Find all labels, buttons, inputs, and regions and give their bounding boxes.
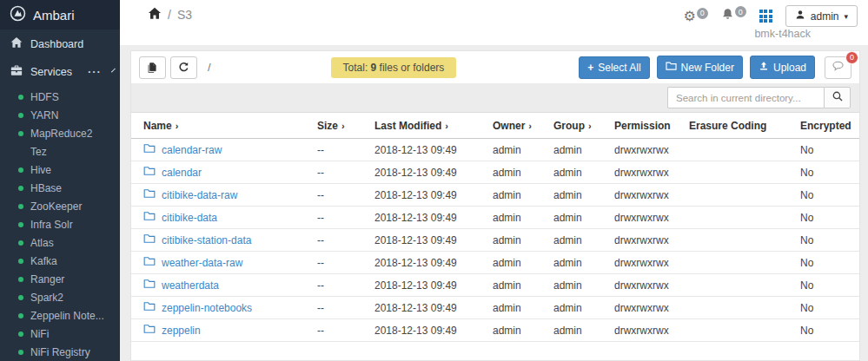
column-header-group[interactable]: Group› [547,113,607,139]
sidebar-item-zookeeper[interactable]: ZooKeeper [0,197,120,215]
table-row: calendar--2018-12-13 09:49adminadmindrwx… [131,161,859,184]
sidebar-item-atlas[interactable]: Atlas [0,233,120,252]
cell-name: citibike-data-raw [131,184,310,207]
sidebar-item-hive[interactable]: Hive [0,161,120,179]
service-label: YARN [30,109,58,121]
file-name-label: calendar [162,167,202,179]
sidebar-item-hdfs[interactable]: HDFS [0,88,120,106]
column-header-permission: Permission [607,113,682,139]
column-header-encrypted: Encrypted [793,113,859,139]
sidebar: Ambari Dashboard Services ··· HDFSYARNMa… [0,0,120,361]
file-name-link[interactable]: weatherdata [143,279,219,292]
sidebar-item-hbase[interactable]: HBase [0,179,120,197]
file-name-link[interactable]: weather-data-raw [143,256,242,269]
sidebar-item-services[interactable]: Services ··· [0,57,120,85]
file-table: Name›Size›Last Modified›Owner›Group›Perm… [131,113,859,342]
cell-encrypted: No [793,139,859,161]
service-status-icon [18,131,23,136]
files-toolbar: / Total: 9 files or folders + Select All… [131,51,859,83]
select-all-button[interactable]: + Select All [579,56,649,79]
cell-size: -- [310,297,368,319]
services-more-icon[interactable]: ··· [88,69,102,75]
sidebar-item-nifi-registry[interactable]: NiFi Registry [0,343,120,361]
cell-erasure [682,274,793,297]
cell-name: weatherdata [131,274,310,297]
service-status-icon [18,295,23,300]
service-status-icon [18,331,23,337]
cell-group: admin [547,252,607,274]
chevron-down-icon[interactable] [111,69,116,73]
file-name-link[interactable]: calendar [143,166,202,179]
sidebar-item-nifi[interactable]: NiFi [0,325,120,343]
column-header-label: Last Modified [374,120,441,132]
table-row: weatherdata--2018-12-13 09:49adminadmind… [131,274,859,297]
sidebar-item-yarn[interactable]: YARN [0,106,120,124]
service-status-icon [18,186,23,191]
cell-modified: 2018-12-13 09:49 [368,184,486,207]
service-status-icon [18,259,23,264]
cell-encrypted: No [793,207,859,229]
cell-modified: 2018-12-13 09:49 [368,139,486,161]
sidebar-item-dashboard[interactable]: Dashboard [0,30,120,57]
service-status-icon [18,204,23,209]
service-label: HDFS [30,91,59,103]
sidebar-item-infra-solr[interactable]: Infra Solr [0,215,120,233]
cell-size: -- [310,161,368,184]
admin-menu-button[interactable]: admin ▾ [785,5,858,27]
new-folder-button[interactable]: New Folder [657,56,743,79]
folder-icon [143,256,156,269]
file-name-link[interactable]: citibike-station-data [143,233,251,246]
sort-chevron-icon: › [528,121,532,131]
cell-encrypted: No [793,184,859,207]
service-status-icon [18,350,23,355]
ambari-logo-icon [10,5,26,24]
alerts-count-badge: 0 [735,6,746,17]
sidebar-item-tez[interactable]: Tez [0,142,120,161]
cell-owner: admin [486,319,547,342]
column-header-last-modified[interactable]: Last Modified› [368,113,486,139]
file-name-label: zeppelin-notebooks [162,302,252,314]
ambari-logo-header[interactable]: Ambari [0,0,120,30]
upload-button[interactable]: Upload [750,56,815,79]
cell-owner: admin [486,184,547,207]
sidebar-item-ranger[interactable]: Ranger [0,270,120,288]
service-label: Tez [30,146,47,158]
file-name-label: weatherdata [162,279,219,292]
column-header-name[interactable]: Name› [131,113,310,139]
column-header-label: Encrypted [800,120,851,132]
file-name-link[interactable]: zeppelin-notebooks [143,301,252,314]
file-name-link[interactable]: citibike-data-raw [143,188,237,201]
sidebar-item-zeppelin-note[interactable]: Zeppelin Note... [0,306,120,325]
cell-modified: 2018-12-13 09:49 [368,161,486,184]
service-label: Atlas [30,237,54,249]
file-name-label: citibike-data [162,212,217,224]
sidebar-item-spark2[interactable]: Spark2 [0,288,120,306]
file-name-link[interactable]: calendar-raw [143,143,222,156]
cell-permission: drwxrwxrwx [607,274,682,297]
service-label: NiFi Registry [30,346,90,358]
cell-erasure [682,319,793,342]
sidebar-item-kafka[interactable]: Kafka [0,252,120,270]
file-name-link[interactable]: zeppelin [143,324,201,337]
search-input[interactable] [667,87,824,108]
background-ops-button[interactable]: ⚙ 0 [683,10,707,23]
cell-owner: admin [486,252,547,274]
paste-button[interactable] [139,56,166,79]
refresh-button[interactable] [170,56,197,79]
file-name-link[interactable]: citibike-data [143,211,217,224]
sidebar-item-mapreduce2[interactable]: MapReduce2 [0,124,120,142]
search-button[interactable] [824,87,851,108]
cell-size: -- [310,139,368,161]
app-root: Ambari Dashboard Services ··· HDFSYARNMa… [0,0,868,361]
cell-owner: admin [486,161,547,184]
service-label: NiFi [30,328,49,340]
breadcrumb-home-icon[interactable] [148,7,162,23]
comments-button[interactable]: 0 [825,56,851,79]
column-header-size[interactable]: Size› [310,113,368,139]
alerts-button[interactable]: 0 [721,8,746,24]
cell-encrypted: No [793,252,859,274]
sidebar-item-label: Dashboard [30,38,83,50]
column-header-owner[interactable]: Owner› [486,113,547,139]
file-name-label: citibike-data-raw [162,189,237,201]
views-grid-icon[interactable] [759,10,772,23]
